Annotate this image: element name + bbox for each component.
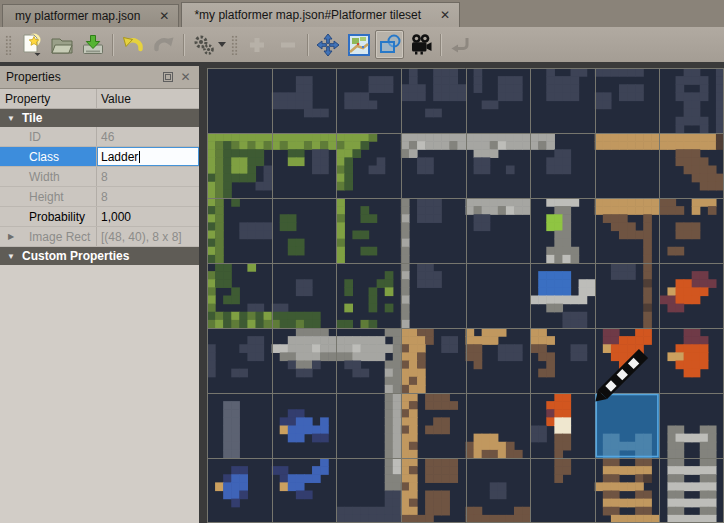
- terrain-sets-button[interactable]: [344, 30, 373, 59]
- class-value-input[interactable]: Ladder: [97, 147, 199, 166]
- redo-button: [149, 30, 178, 59]
- property-column-label: Property: [0, 89, 97, 108]
- property-value: 8: [101, 170, 108, 184]
- terrain-map-icon: [346, 32, 372, 58]
- property-value: [(48, 40), 8 x 8]: [101, 230, 182, 244]
- open-file-button[interactable]: [47, 30, 76, 59]
- section-label: Tile: [22, 111, 42, 125]
- undo-button[interactable]: [118, 30, 147, 59]
- tab-label: my platformer map.json: [15, 9, 140, 23]
- property-row-class[interactable]: ClassLadder: [0, 147, 199, 167]
- animation-editor-button[interactable]: [406, 30, 435, 59]
- collision-editor-button[interactable]: [375, 30, 404, 59]
- redo-icon: [151, 32, 177, 58]
- toolbar-drag-handle-1[interactable]: [5, 35, 12, 55]
- property-name: Height: [29, 190, 64, 204]
- toolbar-separator: [440, 34, 441, 56]
- float-icon: [163, 72, 173, 82]
- save-button[interactable]: [78, 30, 107, 59]
- properties-panel-titlebar: Properties ✕: [0, 66, 199, 89]
- property-name: Probability: [29, 210, 85, 224]
- tiled-window: my platformer map.json✕*my platformer ma…: [0, 0, 724, 523]
- open-folder-icon: [49, 32, 75, 58]
- move-arrows-icon: [315, 32, 341, 58]
- tab-label: *my platformer map.json#Platformer tiles…: [194, 8, 421, 22]
- toolbar-separator: [183, 34, 184, 56]
- property-row-id[interactable]: ID46: [0, 127, 199, 147]
- commands-button[interactable]: [189, 30, 227, 59]
- save-icon: [80, 32, 106, 58]
- input-text: Ladder: [101, 150, 138, 164]
- tab-close-icon[interactable]: ✕: [437, 7, 453, 23]
- properties-empty-area: [0, 265, 199, 523]
- section-label: Custom Properties: [22, 249, 129, 263]
- document-tabbar: my platformer map.json✕*my platformer ma…: [0, 0, 724, 27]
- section-header-tile[interactable]: ▼Tile: [0, 109, 199, 127]
- section-header-custom-properties[interactable]: ▼Custom Properties: [0, 247, 199, 265]
- panel-float-button[interactable]: [160, 70, 175, 84]
- toolbar-drag-handle-2[interactable]: [231, 35, 238, 55]
- expander-icon[interactable]: ▶: [8, 232, 29, 241]
- plus-icon: [244, 32, 270, 58]
- section-collapse-icon[interactable]: ▼: [0, 252, 22, 261]
- text-caret: [139, 151, 140, 163]
- property-value: 46: [101, 130, 114, 144]
- movie-camera-icon: [408, 32, 434, 58]
- tab-close-icon[interactable]: ✕: [156, 8, 172, 24]
- property-row-probability[interactable]: Probability1,000: [0, 207, 199, 227]
- main-toolbar: [0, 27, 724, 62]
- document-tab-2[interactable]: *my platformer map.json#Platformer tiles…: [181, 2, 460, 27]
- tileset-view[interactable]: [207, 68, 724, 523]
- undo-icon: [120, 32, 146, 58]
- toolbar-separator: [112, 34, 113, 56]
- jump-back-button: [446, 30, 475, 59]
- value-column-label: Value: [97, 89, 199, 108]
- return-arrow-icon: [448, 32, 474, 58]
- toolbar-separator: [307, 34, 308, 56]
- property-name: ID: [29, 130, 41, 144]
- property-row-height[interactable]: Height8: [0, 187, 199, 207]
- gears-icon: [191, 32, 217, 58]
- properties-rows: ▼TileID46ClassLadderWidth8Height8Probabi…: [0, 109, 199, 265]
- collision-shapes-icon: [377, 32, 403, 58]
- property-name: Image Rect: [29, 230, 90, 244]
- property-row-image-rect[interactable]: ▶Image Rect[(48, 40), 8 x 8]: [0, 227, 199, 247]
- section-collapse-icon[interactable]: ▼: [0, 114, 22, 123]
- remove-tiles-button: [273, 30, 302, 59]
- dropdown-arrow-icon: [218, 42, 226, 47]
- minus-icon: [275, 32, 301, 58]
- property-value: 8: [101, 190, 108, 204]
- properties-panel: Properties ✕ Property Value ▼TileID46Cla…: [0, 66, 199, 523]
- property-name: Class: [29, 150, 59, 164]
- property-value: 1,000: [101, 210, 131, 224]
- property-row-width[interactable]: Width8: [0, 167, 199, 187]
- close-icon: ✕: [180, 70, 190, 84]
- add-tiles-button: [242, 30, 271, 59]
- editor-content-area: Properties ✕ Property Value ▼TileID46Cla…: [0, 62, 724, 523]
- new-file-icon: [18, 32, 44, 58]
- properties-column-header: Property Value: [0, 89, 199, 109]
- panel-close-button[interactable]: ✕: [178, 70, 193, 84]
- rearrange-tiles-button[interactable]: [313, 30, 342, 59]
- new-file-button[interactable]: [16, 30, 45, 59]
- document-tab-1[interactable]: my platformer map.json✕: [2, 4, 179, 27]
- property-name: Width: [29, 170, 60, 184]
- properties-panel-title: Properties: [6, 70, 61, 84]
